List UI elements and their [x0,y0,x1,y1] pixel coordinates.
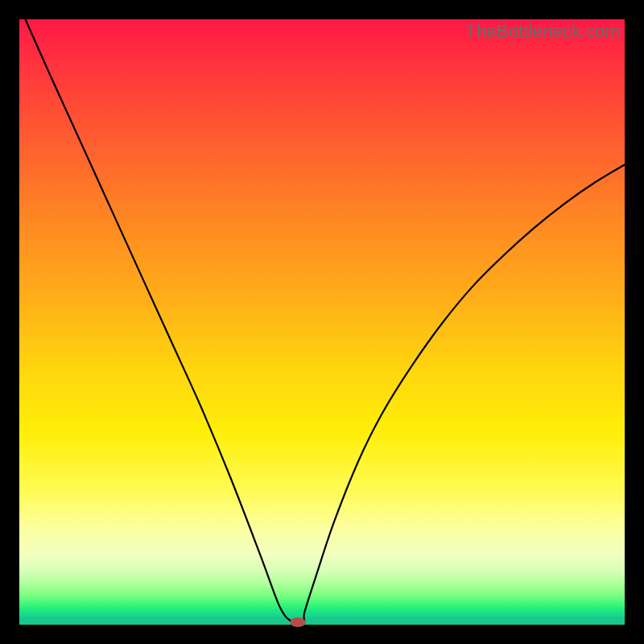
plot-area: TheBottleneck.com [19,19,625,625]
bottleneck-curve [19,19,625,625]
minimum-marker [290,617,306,627]
curve-path [26,19,625,624]
chart-frame: TheBottleneck.com [0,0,644,644]
